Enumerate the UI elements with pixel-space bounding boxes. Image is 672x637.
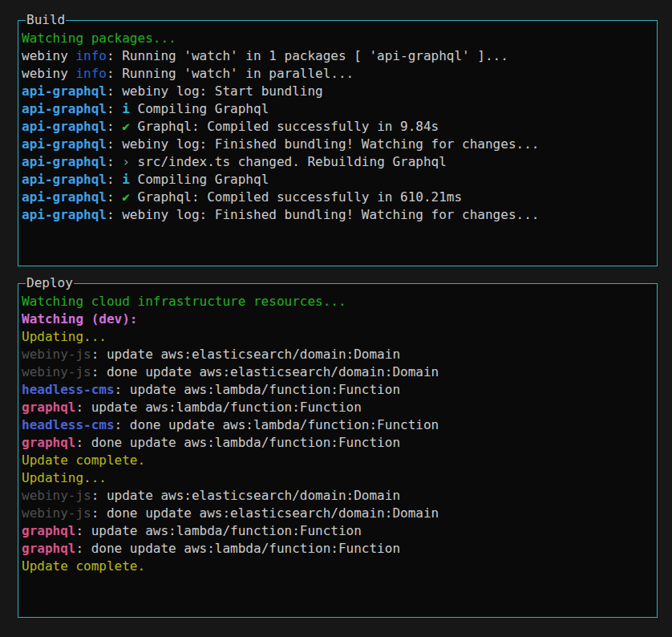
log-segment: i — [122, 101, 130, 116]
log-segment: : webiny log: Finished bundling! Watchin… — [107, 207, 539, 222]
log-line: graphql: update aws:lambda/function:Func… — [22, 399, 654, 416]
log-segment: info — [75, 48, 107, 63]
log-segment: graphql — [22, 541, 75, 556]
log-segment: api-graphql — [22, 189, 107, 205]
log-segment: Watching cloud infrastructure resources.… — [22, 294, 346, 309]
log-segment: : — [107, 189, 122, 205]
log-line: webiny-js: update aws:elasticsearch/doma… — [22, 487, 654, 505]
log-line: api-graphql: ✔ Graphql: Compiled success… — [22, 189, 654, 206]
log-segment: src/index.ts changed. Rebuilding Graphql — [130, 154, 447, 169]
log-segment: webiny-js — [22, 347, 91, 362]
log-line: webiny-js: done update aws:elasticsearch… — [22, 363, 654, 381]
log-segment: : done update aws:lambda/function:Functi… — [115, 417, 439, 432]
log-segment: : Running 'watch' in 1 packages [ 'api-g… — [107, 48, 508, 63]
log-line: Watching cloud infrastructure resources.… — [22, 293, 654, 310]
log-line: webiny-js: done update aws:elasticsearch… — [22, 505, 654, 522]
deploy-panel-title: Deploy — [26, 275, 74, 291]
log-line: Updating... — [22, 328, 654, 346]
log-segment: : update aws:lambda/function:Function — [75, 400, 361, 415]
log-segment: Updating... — [22, 329, 107, 344]
log-segment: : webiny log: Start bundling — [107, 83, 323, 99]
log-segment: webiny — [22, 66, 75, 81]
log-segment: graphql — [22, 523, 75, 538]
log-segment: headless-cms — [22, 417, 115, 432]
log-segment: Watching (dev): — [22, 311, 138, 327]
log-segment: : — [107, 119, 122, 134]
log-line: headless-cms: update aws:lambda/function… — [22, 381, 654, 399]
log-segment: api-graphql — [22, 119, 107, 134]
log-line: api-graphql: i Compiling Graphql — [22, 171, 654, 189]
log-segment: : update aws:elasticsearch/domain:Domain — [91, 488, 400, 503]
log-segment: : Running 'watch' in parallel... — [107, 66, 354, 81]
log-segment: Graphql: Compiled successfully in 610.21… — [130, 189, 462, 205]
log-line: Updating... — [22, 469, 654, 487]
log-line: webiny-js: update aws:elasticsearch/doma… — [22, 346, 654, 363]
log-segment: : update aws:lambda/function:Function — [115, 382, 400, 397]
log-segment: Updating... — [22, 470, 107, 485]
log-line: api-graphql: ✔ Graphql: Compiled success… — [22, 118, 654, 136]
log-segment: Compiling Graphql — [130, 172, 269, 187]
build-panel-body: Watching packages...webiny info: Running… — [22, 30, 654, 224]
log-line: api-graphql: › src/index.ts changed. Reb… — [22, 153, 654, 171]
log-segment: : update aws:elasticsearch/domain:Domain — [91, 347, 400, 362]
log-segment: : done update aws:elasticsearch/domain:D… — [91, 505, 439, 521]
log-segment: : done update aws:elasticsearch/domain:D… — [91, 364, 439, 379]
deploy-panel: Deploy Watching cloud infrastructure res… — [18, 283, 658, 618]
log-segment: : update aws:lambda/function:Function — [75, 523, 361, 538]
log-segment: info — [75, 66, 107, 81]
log-line: webiny info: Running 'watch' in parallel… — [22, 65, 654, 83]
log-segment: api-graphql — [22, 101, 107, 116]
log-segment: api-graphql — [22, 136, 107, 152]
log-line: graphql: done update aws:lambda/function… — [22, 540, 654, 558]
log-line: api-graphql: webiny log: Finished bundli… — [22, 136, 654, 153]
log-line: Watching (dev): — [22, 310, 654, 328]
log-segment: webiny-js — [22, 364, 91, 379]
deploy-panel-body: Watching cloud infrastructure resources.… — [22, 293, 654, 575]
log-line: headless-cms: done update aws:lambda/fun… — [22, 416, 654, 434]
log-segment: graphql — [22, 400, 75, 415]
log-segment: ✔ — [122, 119, 130, 134]
log-segment: webiny-js — [22, 505, 91, 521]
log-segment: graphql — [22, 435, 75, 450]
log-line: webiny info: Running 'watch' in 1 packag… — [22, 47, 654, 65]
log-line: graphql: update aws:lambda/function:Func… — [22, 522, 654, 540]
log-line: api-graphql: i Compiling Graphql — [22, 100, 654, 118]
log-segment: : — [107, 101, 122, 116]
log-segment: api-graphql — [22, 172, 107, 187]
log-segment: : webiny log: Finished bundling! Watchin… — [107, 136, 539, 152]
log-line: graphql: done update aws:lambda/function… — [22, 434, 654, 452]
log-segment: : done update aws:lambda/function:Functi… — [75, 541, 400, 556]
log-line: Update complete. — [22, 558, 654, 575]
log-segment: Update complete. — [22, 452, 145, 468]
log-segment: api-graphql — [22, 207, 107, 222]
log-segment: i — [122, 172, 130, 187]
log-segment: Compiling Graphql — [130, 101, 269, 116]
log-segment: headless-cms — [22, 382, 115, 397]
log-segment: : done update aws:lambda/function:Functi… — [75, 435, 400, 450]
log-segment: : — [107, 154, 122, 169]
log-segment: › — [122, 154, 130, 169]
build-panel-title: Build — [26, 12, 66, 28]
log-segment: Graphql: Compiled successfully in 9.84s — [130, 119, 439, 134]
log-segment: Update complete. — [22, 558, 145, 574]
log-segment: webiny — [22, 48, 75, 63]
log-segment: api-graphql — [22, 154, 107, 169]
log-segment: ✔ — [122, 189, 130, 205]
log-segment: Watching packages... — [22, 30, 176, 46]
log-line: Watching packages... — [22, 30, 654, 47]
log-line: api-graphql: webiny log: Start bundling — [22, 83, 654, 100]
log-line: api-graphql: webiny log: Finished bundli… — [22, 206, 654, 224]
log-line: Update complete. — [22, 452, 654, 469]
log-segment: api-graphql — [22, 83, 107, 99]
log-segment: : — [107, 172, 122, 187]
log-segment: webiny-js — [22, 488, 91, 503]
build-panel: Build Watching packages...webiny info: R… — [18, 20, 658, 266]
